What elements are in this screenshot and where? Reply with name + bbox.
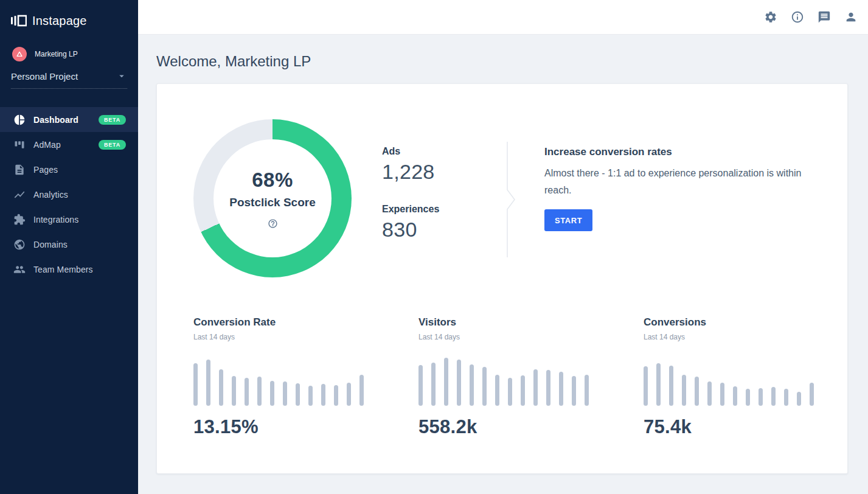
metric-value: 75.4k <box>644 416 814 438</box>
chart-bar <box>219 369 223 406</box>
chart-bar <box>359 375 364 406</box>
project-selector-value: Personal Project <box>11 71 78 82</box>
divider-with-chevron <box>507 142 516 257</box>
people-icon <box>13 263 26 276</box>
chevron-down-icon <box>116 71 127 82</box>
workspace-avatar <box>12 47 27 61</box>
stats-column: Ads 1,228 Experiences 830 <box>382 119 507 277</box>
metric-subtitle: Last 14 days <box>644 333 814 341</box>
score-row: 68% Postclick Score Ads 1,228 Experience… <box>193 119 847 277</box>
instapage-logo: Instapage <box>0 0 138 29</box>
chart-bar <box>585 375 589 406</box>
chart-bar <box>695 377 699 406</box>
chart-bar <box>334 385 338 406</box>
chart-bar <box>257 377 262 406</box>
admap-bars-icon <box>13 139 26 151</box>
sidebar-item-dashboard[interactable]: Dashboard BETA <box>0 107 138 132</box>
chart-bar <box>418 365 423 406</box>
puzzle-icon <box>13 214 26 226</box>
promo-body: Almost there - 1:1 ad to experience pers… <box>544 165 825 199</box>
stat-value: 830 <box>382 218 507 242</box>
workspace-name: Marketing LP <box>35 50 78 58</box>
logo-text: Instapage <box>32 14 87 28</box>
settings-icon[interactable] <box>764 10 777 24</box>
chart-bar <box>508 378 512 406</box>
info-icon[interactable] <box>791 10 804 24</box>
sidebar-item-integrations[interactable]: Integrations <box>0 207 138 232</box>
metric-subtitle: Last 14 days <box>418 333 644 341</box>
sidebar-item-label: Integrations <box>33 215 126 224</box>
chart-bar <box>347 383 351 406</box>
chart-bar <box>771 387 776 406</box>
stat-value: 1,228 <box>382 160 507 184</box>
dashboard-card: 68% Postclick Score Ads 1,228 Experience… <box>156 83 848 474</box>
project-selector[interactable]: Personal Project <box>11 71 127 89</box>
line-chart-icon <box>13 189 26 201</box>
chart-bar <box>720 383 724 406</box>
score-value: 68% <box>252 169 293 192</box>
sidebar-item-analytics[interactable]: Analytics <box>0 182 138 207</box>
chart-bar <box>682 375 686 406</box>
topbar <box>138 0 868 35</box>
chart-bar <box>457 360 461 406</box>
chart-bar <box>482 367 487 406</box>
metric-subtitle: Last 14 days <box>193 333 418 341</box>
chart-bar <box>533 369 538 406</box>
sidebar-item-label: Pages <box>33 165 126 175</box>
main-area: Welcome, Marketing LP 68% Postclick Scor… <box>138 0 868 494</box>
chart-bar <box>296 383 300 406</box>
chart-bar <box>321 384 325 406</box>
sidebar-item-label: Dashboard <box>33 115 99 125</box>
metric-visitors: Visitors Last 14 days 558.2k <box>418 316 644 438</box>
sparkline-bar-chart <box>644 357 814 406</box>
chart-bar <box>810 383 814 406</box>
sidebar-item-team-members[interactable]: Team Members <box>0 257 138 282</box>
avatar-triangle-icon <box>15 49 24 59</box>
pie-chart-icon <box>13 114 26 126</box>
promo-panel: Increase conversion rates Almost there -… <box>544 119 825 277</box>
document-icon <box>13 164 26 176</box>
sidebar-item-label: Analytics <box>33 190 126 200</box>
stat-experiences: Experiences 830 <box>382 204 507 242</box>
sidebar-item-label: AdMap <box>33 140 99 150</box>
stat-ads: Ads 1,228 <box>382 146 507 184</box>
sidebar-item-label: Domains <box>33 240 126 249</box>
instapage-logo-icon <box>11 13 27 29</box>
chart-bar <box>746 389 750 406</box>
metric-conversions: Conversions Last 14 days 75.4k <box>644 316 814 438</box>
chart-bar <box>245 378 249 406</box>
chart-bar <box>431 363 436 406</box>
chart-bar <box>656 363 661 406</box>
chart-bar <box>546 370 550 406</box>
chart-bar <box>707 381 712 406</box>
chart-bar <box>470 364 474 406</box>
sidebar-item-admap[interactable]: AdMap BETA <box>0 132 138 157</box>
chart-bar <box>193 363 198 406</box>
chart-bar <box>444 358 448 406</box>
content: Welcome, Marketing LP 68% Postclick Scor… <box>138 35 868 494</box>
sparkline-bar-chart <box>193 357 418 406</box>
chart-bar <box>308 386 313 406</box>
chart-bar <box>644 366 648 406</box>
metric-title: Conversions <box>644 316 814 329</box>
chart-bar <box>559 372 563 406</box>
score-label: Postclick Score <box>229 196 316 209</box>
start-button[interactable]: START <box>544 209 592 231</box>
donut-center: 68% Postclick Score <box>214 139 332 257</box>
chat-icon[interactable] <box>818 10 831 24</box>
chart-bar <box>206 360 210 406</box>
account-icon[interactable] <box>844 10 858 24</box>
sidebar-item-label: Team Members <box>33 265 126 274</box>
chart-bar <box>669 366 673 406</box>
chart-bar <box>572 376 576 406</box>
sidebar-item-pages[interactable]: Pages <box>0 157 138 182</box>
help-icon[interactable] <box>268 218 278 229</box>
sidebar-item-domains[interactable]: Domains <box>0 232 138 257</box>
metric-title: Visitors <box>418 316 644 329</box>
chart-bar <box>797 392 801 406</box>
chart-bar <box>283 381 287 406</box>
page-title: Welcome, Marketing LP <box>156 53 848 70</box>
chart-bar <box>232 376 236 406</box>
chart-bar <box>521 375 525 406</box>
chart-bar <box>733 386 737 406</box>
